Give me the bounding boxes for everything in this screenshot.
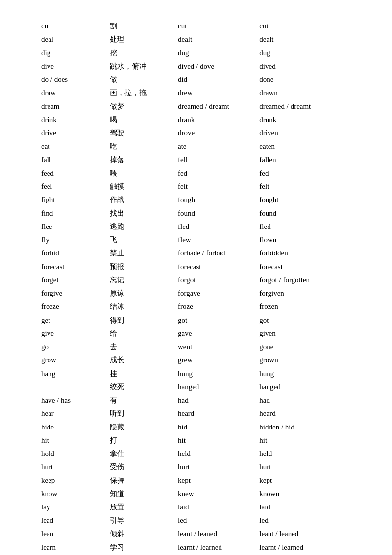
table-row: draw画，拉，拖drewdrawn: [39, 86, 363, 100]
cell-zh: 做梦: [108, 100, 176, 113]
table-row: lead引导ledled: [39, 514, 363, 527]
table-row: freeze结冰frozefrozen: [39, 300, 363, 313]
cell-pt: went: [176, 340, 257, 353]
table-row: flee逃跑fledfled: [39, 220, 363, 233]
cell-base: forget: [39, 274, 108, 287]
cell-base: lead: [39, 514, 108, 527]
cell-zh: 挖: [108, 47, 176, 60]
cell-base: keep: [39, 474, 108, 487]
cell-base: hear: [39, 407, 108, 420]
cell-zh: 找出: [108, 207, 176, 220]
table-row: go去wentgone: [39, 340, 363, 353]
cell-base: find: [39, 207, 108, 220]
cell-pp: found: [257, 207, 363, 220]
table-row: drink喝drankdrunk: [39, 113, 363, 126]
cell-base: dream: [39, 100, 108, 113]
cell-base: go: [39, 340, 108, 353]
cell-pp: learnt / learned: [257, 541, 363, 554]
cell-base: lay: [39, 501, 108, 514]
cell-zh: 吃: [108, 140, 176, 153]
cell-pt: leant / leaned: [176, 528, 257, 541]
cell-base: have / has: [39, 394, 108, 407]
cell-pt: fled: [176, 220, 257, 233]
cell-base: drive: [39, 126, 108, 140]
cell-pt: drove: [176, 126, 257, 140]
cell-pp: dug: [257, 47, 363, 60]
cell-zh: 喝: [108, 113, 176, 126]
cell-pt: fed: [176, 167, 257, 180]
table-row: 绞死hangedhanged: [39, 380, 363, 394]
cell-base: eat: [39, 140, 108, 153]
table-row: have / has有hadhad: [39, 394, 363, 407]
table-row: forbid禁止forbade / forbadforbidden: [39, 247, 363, 260]
table-row: fly飞flewflown: [39, 233, 363, 247]
table-row: fall掉落fellfallen: [39, 153, 363, 167]
cell-zh: 处理: [108, 33, 176, 46]
cell-zh: 绞死: [108, 380, 176, 394]
cell-base: hit: [39, 434, 108, 447]
cell-base: feed: [39, 167, 108, 180]
cell-pt: ate: [176, 140, 257, 153]
cell-pt: gave: [176, 327, 257, 340]
cell-pt: froze: [176, 300, 257, 313]
cell-pt: dug: [176, 47, 257, 60]
cell-pt: laid: [176, 501, 257, 514]
cell-pp: felt: [257, 180, 363, 193]
table-row: fight作战foughtfought: [39, 193, 363, 206]
cell-pp: held: [257, 447, 363, 460]
cell-zh: 触摸: [108, 180, 176, 193]
cell-zh: 忘记: [108, 274, 176, 287]
cell-base: drink: [39, 113, 108, 126]
cell-base: deal: [39, 33, 108, 46]
cell-base: hang: [39, 367, 108, 380]
cell-pt: grew: [176, 353, 257, 367]
cell-pp: laid: [257, 501, 363, 514]
cell-zh: 保持: [108, 474, 176, 487]
cell-zh: 拿住: [108, 447, 176, 460]
cell-pp: forbidden: [257, 247, 363, 260]
cell-pt: felt: [176, 180, 257, 193]
cell-pp: drunk: [257, 113, 363, 126]
cell-zh: 受伤: [108, 460, 176, 474]
table-row: do / does做diddone: [39, 73, 363, 86]
cell-zh: 做: [108, 73, 176, 86]
table-row: hold拿住heldheld: [39, 447, 363, 460]
cell-zh: 隐藏: [108, 421, 176, 434]
table-row: know知道knewknown: [39, 487, 363, 501]
cell-pp: fought: [257, 193, 363, 206]
cell-pp: hurt: [257, 460, 363, 474]
table-row: feel触摸feltfelt: [39, 180, 363, 193]
cell-pp: forecast: [257, 260, 363, 274]
cell-zh: 喂: [108, 167, 176, 180]
cell-pt: dreamed / dreamt: [176, 100, 257, 113]
cell-base: freeze: [39, 300, 108, 313]
cell-pt: cut: [176, 20, 257, 33]
table-row: feed喂fedfed: [39, 167, 363, 180]
cell-zh: 知道: [108, 487, 176, 501]
cell-zh: 预报: [108, 260, 176, 274]
cell-pt: knew: [176, 487, 257, 501]
irregular-verbs-table: cut割cutcutdeal处理dealtdealtdig挖dugdugdive…: [39, 20, 363, 555]
cell-pt: fell: [176, 153, 257, 167]
table-row: hear听到heardheard: [39, 407, 363, 420]
table-row: find找出foundfound: [39, 207, 363, 220]
cell-zh: 学习: [108, 541, 176, 554]
cell-base: hurt: [39, 460, 108, 474]
cell-pt: held: [176, 447, 257, 460]
cell-pp: done: [257, 73, 363, 86]
cell-pp: cut: [257, 20, 363, 33]
cell-pt: hit: [176, 434, 257, 447]
cell-pt: drank: [176, 113, 257, 126]
cell-base: feel: [39, 180, 108, 193]
table-row: dive跳水，俯冲dived / dovedived: [39, 60, 363, 73]
cell-pt: forecast: [176, 260, 257, 274]
cell-pp: frozen: [257, 300, 363, 313]
cell-pp: heard: [257, 407, 363, 420]
cell-pp: driven: [257, 126, 363, 140]
cell-base: lean: [39, 528, 108, 541]
cell-zh: 给: [108, 327, 176, 340]
table-row: deal处理dealtdealt: [39, 33, 363, 46]
cell-zh: 打: [108, 434, 176, 447]
cell-zh: 得到: [108, 314, 176, 327]
cell-pp: given: [257, 327, 363, 340]
